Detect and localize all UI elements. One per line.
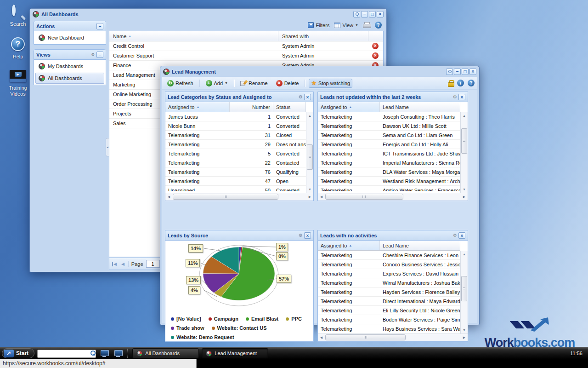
close-icon[interactable]: ×	[304, 94, 311, 100]
vertical-scrollbar[interactable]: ▲ ▼	[460, 112, 468, 193]
new-dashboard-button[interactable]: New Dashboard	[35, 32, 104, 43]
column-header-status[interactable]: Status	[273, 102, 306, 112]
start-button[interactable]: ↗ Start	[2, 348, 34, 358]
close-icon[interactable]: ×	[304, 232, 311, 239]
close-button[interactable]: ×	[377, 11, 384, 17]
fullscreen-monitor-icon[interactable]	[113, 349, 124, 358]
column-header-assigned-to[interactable]: Assigned to ▲	[318, 102, 380, 112]
vertical-scrollbar[interactable]: ▲ ▼	[460, 251, 468, 334]
table-row[interactable]: Telemarketing 5 Converted	[165, 149, 306, 158]
window-titlebar[interactable]: All Dashboards – □ ×	[30, 9, 386, 19]
collapse-icon[interactable]: –	[96, 52, 103, 58]
scroll-left-icon[interactable]: ◀	[166, 194, 172, 200]
desktop-monitor-icon[interactable]	[99, 349, 110, 358]
scroll-up-icon[interactable]: ▲	[307, 113, 313, 119]
scrollbar-thumb[interactable]	[461, 276, 467, 301]
close-button[interactable]: ×	[469, 69, 476, 75]
scroll-right-icon[interactable]: ▶	[307, 194, 313, 200]
scroll-left-icon[interactable]: ◀	[318, 334, 324, 340]
table-row[interactable]: Telemarketing 22 Contacted	[165, 158, 306, 167]
window-titlebar[interactable]: Lead Management – □ ×	[160, 66, 479, 77]
table-row[interactable]: Telemarketing Express Services : David H…	[318, 269, 460, 278]
page-number-input[interactable]	[146, 260, 160, 268]
table-row[interactable]: Telemarketing Energis and Co Ltd : Holly…	[318, 140, 460, 149]
panel-header[interactable]: Leads with no activities ⚙ ×	[318, 230, 468, 241]
table-row[interactable]: Telemarketing Imperial Manufacturers : S…	[318, 158, 460, 167]
view-item-all-dashboards[interactable]: All Dashboards	[35, 73, 104, 84]
scroll-down-icon[interactable]: ▼	[461, 186, 467, 192]
view-item-my-dashboards[interactable]: My Dashboards	[35, 61, 104, 72]
collapse-icon[interactable]: –	[96, 23, 103, 29]
column-header-name[interactable]: Name ▲	[109, 31, 278, 41]
help-button[interactable]: ?	[468, 80, 475, 86]
close-icon[interactable]: ×	[458, 94, 465, 100]
close-icon[interactable]: ×	[458, 232, 465, 239]
scroll-up-icon[interactable]: ▲	[461, 113, 467, 119]
add-button[interactable]: + Add ▼	[204, 79, 231, 88]
delete-button[interactable]: × Delete	[274, 79, 301, 88]
panel-header[interactable]: Leads not updated within the last 2 week…	[318, 92, 468, 102]
table-row[interactable]: Telemarketing 47 Open	[165, 177, 306, 186]
scroll-right-icon[interactable]: ▶	[461, 194, 467, 200]
column-header-assigned-to[interactable]: Assigned to ▲	[318, 241, 380, 250]
table-row[interactable]: Telemarketing ICT Transmissions Ltd : Ju…	[318, 149, 460, 158]
scrollbar-thumb[interactable]	[307, 144, 313, 170]
table-row[interactable]: Telemarketing DLA Water Services : Maya …	[318, 167, 460, 177]
pin-icon[interactable]	[353, 11, 360, 17]
help-button[interactable]: ?	[375, 22, 382, 29]
taskbar-button-lead-management[interactable]: Lead Management	[202, 348, 268, 358]
scroll-right-icon[interactable]: ▶	[461, 334, 467, 340]
refresh-button[interactable]: ↻ Refresh	[165, 79, 196, 88]
table-row[interactable]: Telemarketing Wirral Manufacturers : Jos…	[318, 278, 460, 288]
delete-row-icon[interactable]: ×	[372, 52, 379, 59]
panel-header[interactable]: Leads by Source ⚙ ×	[165, 230, 313, 241]
table-row[interactable]: Telemarketing Boden Water Services : Pai…	[318, 315, 460, 324]
prev-page-button[interactable]: ◀	[120, 262, 125, 266]
column-header-shared-with[interactable]: Shared with	[278, 31, 368, 41]
info-icon[interactable]: i	[457, 80, 464, 86]
lock-icon[interactable]	[448, 80, 453, 86]
table-row[interactable]: Telemarketing Hays Business Services : S…	[318, 324, 460, 332]
column-header-lead-name[interactable]: Lead Name	[380, 241, 460, 250]
scroll-up-icon[interactable]: ▲	[461, 251, 467, 257]
column-header-lead-name[interactable]: Lead Name	[380, 102, 460, 112]
table-row[interactable]: Nicole Bunn 1 Converted	[165, 121, 306, 131]
view-button[interactable]: View ▼	[334, 23, 358, 28]
table-row[interactable]: James Lucas 1 Converted	[165, 112, 306, 121]
horizontal-scrollbar[interactable]: ◀ ▶	[165, 193, 313, 201]
stop-watching-button[interactable]: ★ Stop watching	[309, 79, 352, 88]
scroll-left-icon[interactable]: ◀	[318, 194, 324, 200]
table-row[interactable]: Telemarketing Direct International : May…	[318, 297, 460, 306]
taskbar-button-all-dashboards[interactable]: All Dashboards	[132, 348, 199, 358]
scroll-down-icon[interactable]: ▼	[307, 186, 313, 192]
first-page-button[interactable]: ◀	[112, 262, 118, 266]
scroll-down-icon[interactable]: ▼	[461, 327, 467, 333]
horizontal-scrollbar[interactable]: ◀ ▶	[318, 334, 468, 341]
scrollbar-thumb[interactable]	[461, 128, 467, 154]
panel-header[interactable]: Lead Categories by Status and Assigned t…	[165, 92, 313, 102]
gear-icon[interactable]: ⚙	[452, 94, 458, 100]
pin-icon[interactable]	[446, 69, 453, 75]
table-row[interactable]: Telemarketing Conoco Business Services :…	[318, 260, 460, 269]
column-header-number[interactable]: Number	[230, 102, 273, 112]
gear-icon[interactable]: ⚙	[452, 232, 458, 239]
delete-row-icon[interactable]: ×	[372, 43, 379, 49]
print-button[interactable]	[363, 22, 370, 28]
scrollbar-thumb[interactable]	[173, 194, 278, 200]
table-row[interactable]: Telemarketing Dawson UK Ltd : Millie Sco…	[318, 121, 460, 131]
sidebar-item-search[interactable]: Search	[10, 6, 26, 27]
table-row[interactable]: Telemarketing Westland Risk Management :…	[318, 177, 460, 186]
table-row[interactable]: Telemarketing Cheshire Finance Services …	[318, 251, 460, 260]
vertical-scrollbar[interactable]: ▲ ▼	[306, 112, 313, 193]
scrollbar-thumb[interactable]	[325, 194, 403, 200]
table-row[interactable]: Telemarketing Amtico Water Services : Fr…	[318, 186, 460, 191]
table-row[interactable]: Customer Support System Admin ×	[109, 51, 383, 61]
minimize-button[interactable]: –	[454, 69, 461, 75]
minimize-button[interactable]: –	[361, 11, 368, 17]
sidebar-item-help[interactable]: ? Help	[11, 37, 25, 60]
filters-button[interactable]: Filters	[308, 22, 329, 28]
rename-button[interactable]: Rename	[238, 79, 270, 87]
table-row[interactable]: Telemarketing 31 Closed	[165, 131, 306, 140]
search-input[interactable]	[37, 350, 96, 358]
table-row[interactable]: Telemarketing Joseph Consulting : Theo H…	[318, 112, 460, 121]
